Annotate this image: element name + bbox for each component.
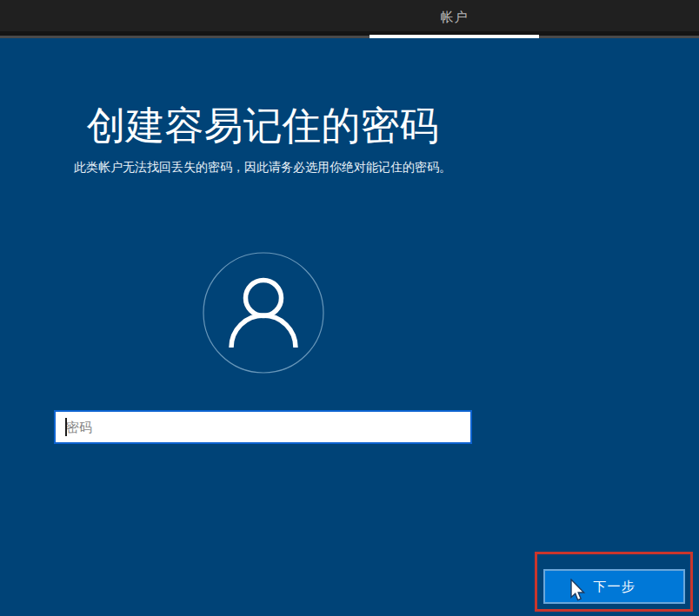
user-avatar-icon [203, 252, 324, 374]
next-button-label: 下一步 [594, 579, 636, 595]
tab-account[interactable]: 帐户 [369, 0, 539, 36]
page-subtitle: 此类帐户无法找回丢失的密码，因此请务必选用你绝对能记住的密码。 [35, 159, 490, 175]
password-field-wrap [54, 410, 472, 444]
titlebar: 帐户 [0, 0, 699, 38]
tab-account-label: 帐户 [441, 10, 469, 26]
password-input[interactable] [54, 410, 472, 444]
oobe-password-screen: { "header": { "tab_label": "帐户" }, "main… [0, 0, 699, 616]
page-title: 创建容易记住的密码 [37, 103, 489, 149]
next-button[interactable]: 下一步 [543, 569, 685, 604]
tab-active-underline [369, 35, 539, 38]
